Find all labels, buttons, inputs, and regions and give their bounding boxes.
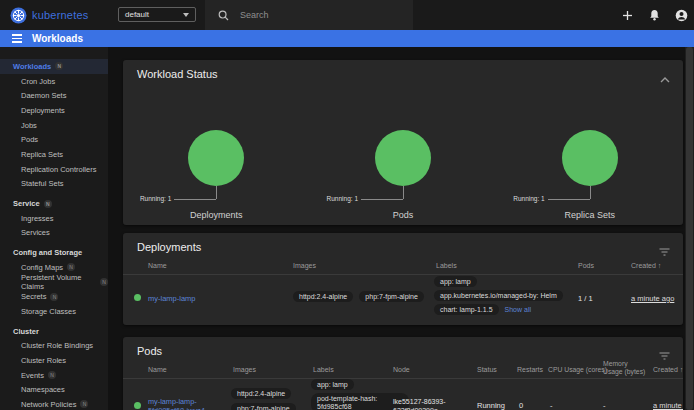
pie-running-slice[interactable] xyxy=(375,130,431,186)
top-bar-actions xyxy=(620,0,688,30)
kubernetes-logo[interactable]: kubernetes xyxy=(10,0,88,30)
labels-cell: app: lamp app.kubernetes.io/managed-by: … xyxy=(434,276,563,315)
chart-title: Replica Sets xyxy=(496,210,683,220)
sidebar-item-pods[interactable]: Pods xyxy=(0,132,108,147)
sidebar-item-ingresses[interactable]: Ingresses xyxy=(0,211,108,226)
col-header-created[interactable]: Created ↑ xyxy=(653,366,683,374)
brand-name: kubernetes xyxy=(32,9,88,21)
deployments-table-header: Name Images Labels Pods Created ↑ xyxy=(123,262,683,272)
image-chip: httpd:2.4-alpine xyxy=(231,388,291,399)
status-ok-dot-icon xyxy=(134,402,141,409)
node-cell: lke55127-86393-622f8d09399a xyxy=(393,397,473,410)
col-header-labels[interactable]: Labels xyxy=(313,366,334,374)
chart-title: Pods xyxy=(310,210,497,220)
col-header-labels[interactable]: Labels xyxy=(436,262,457,270)
chart-legend: Running: 1 xyxy=(327,195,358,202)
sidebar-item-service[interactable]: Service N xyxy=(0,196,108,211)
image-chip: httpd:2.4-alpine xyxy=(293,291,353,302)
create-plus-icon[interactable] xyxy=(620,8,634,22)
filter-icon[interactable] xyxy=(659,242,670,260)
pod-row[interactable]: my-lamp-lamp-5fd985cf68-jwvz4 httpd:2.4-… xyxy=(123,379,683,410)
namespace-value: default xyxy=(125,10,149,19)
chart-legend: Running: 1 xyxy=(513,195,544,202)
notifications-bell-icon[interactable] xyxy=(647,8,661,22)
sidebar-item-persistent-volume-claims[interactable]: Persistent Volume Claims N xyxy=(0,275,108,290)
col-header-pods[interactable]: Pods xyxy=(578,262,594,270)
sidebar-item-cluster-roles[interactable]: Cluster Roles xyxy=(0,353,108,368)
search-bar[interactable] xyxy=(205,0,413,30)
sort-ascending-icon: ↑ xyxy=(658,262,662,269)
sidebar-section-config-and-storage: Config and Storage xyxy=(0,245,108,260)
sidebar-item-secrets[interactable]: Secrets N xyxy=(0,289,108,304)
label-chip: chart: lamp-1.1.5 xyxy=(434,304,499,315)
scrollbar-thumb[interactable] xyxy=(686,47,693,410)
col-header-status[interactable]: Status xyxy=(477,366,497,374)
sidebar-item-daemon-sets[interactable]: Daemon Sets xyxy=(0,88,108,103)
pods-card: Pods Name Images Labels Node Status Rest… xyxy=(123,337,683,410)
page-title: Workloads xyxy=(32,33,83,44)
status-ok-dot-icon xyxy=(134,294,141,301)
workload-status-charts: Running: 1 Deployments Running: 1 Pods R… xyxy=(123,107,683,225)
kubernetes-wheel-icon xyxy=(10,7,27,24)
col-header-cpu[interactable]: CPU Usage (cores) xyxy=(548,366,607,374)
namespaced-badge-icon: N xyxy=(55,62,63,70)
created-cell: a minute ago xyxy=(653,401,683,410)
namespaced-badge-icon: N xyxy=(44,200,52,208)
account-user-icon[interactable] xyxy=(674,8,688,22)
sidebar-item-events[interactable]: Events N xyxy=(0,368,108,383)
kubernetes-dashboard: kubernetes default xyxy=(0,0,694,410)
pie-running-slice[interactable] xyxy=(562,130,618,186)
deployments-card: Deployments Name Images Labels Pods Crea… xyxy=(123,233,683,325)
pods-table-header: Name Images Labels Node Status Restarts … xyxy=(123,355,683,377)
pods-pie-chart: Running: 1 Pods xyxy=(310,107,497,225)
collapse-chevron-up-icon[interactable] xyxy=(660,69,670,87)
label-chip: app: lamp xyxy=(434,276,477,287)
label-chip: app: lamp xyxy=(311,379,354,390)
namespaced-badge-icon: N xyxy=(80,400,88,408)
sidebar-item-storage-classes[interactable]: Storage Classes xyxy=(0,304,108,319)
sidebar-item-namespaces[interactable]: Namespaces xyxy=(0,382,108,397)
menu-hamburger-icon[interactable] xyxy=(12,34,22,43)
col-header-name[interactable]: Name xyxy=(148,262,167,270)
sidebar-item-cluster-role-bindings[interactable]: Cluster Role Bindings xyxy=(0,338,108,353)
col-header-name[interactable]: Name xyxy=(148,366,167,374)
restarts-cell: 0 xyxy=(519,401,523,410)
deployment-name-link[interactable]: my-lamp-lamp xyxy=(148,294,196,303)
namespaced-badge-icon: N xyxy=(100,278,108,286)
sidebar-item-network-policies[interactable]: Network Policies N xyxy=(0,397,108,410)
sidebar-item-jobs[interactable]: Jobs xyxy=(0,118,108,133)
sort-ascending-icon: ↑ xyxy=(680,366,683,373)
search-input[interactable] xyxy=(238,9,392,21)
status-cell: Running xyxy=(477,401,505,410)
namespace-selector[interactable]: default xyxy=(118,7,196,22)
col-header-created[interactable]: Created ↑ xyxy=(631,262,661,270)
sidebar-item-stateful-sets[interactable]: Stateful Sets xyxy=(0,177,108,192)
main-content: Workload Status Running: 1 Deployments R… xyxy=(108,47,694,410)
sidebar-item-workloads[interactable]: Workloads N xyxy=(0,59,108,74)
workload-status-card: Workload Status Running: 1 Deployments R… xyxy=(123,60,683,225)
namespaced-badge-icon: N xyxy=(50,293,58,301)
col-header-images[interactable]: Images xyxy=(233,366,256,374)
col-header-memory[interactable]: Memory Usage (bytes) xyxy=(603,360,649,376)
vertical-scrollbar[interactable] xyxy=(685,47,694,410)
sidebar-item-replication-controllers[interactable]: Replication Controllers xyxy=(0,162,108,177)
namespaced-badge-icon: N xyxy=(48,371,56,379)
sidebar-item-cron-jobs[interactable]: Cron Jobs xyxy=(0,74,108,89)
sidebar-item-deployments[interactable]: Deployments xyxy=(0,103,108,118)
replica-sets-pie-chart: Running: 1 Replica Sets xyxy=(496,107,683,225)
sidebar-item-replica-sets[interactable]: Replica Sets xyxy=(0,147,108,162)
show-all-link[interactable]: Show all xyxy=(505,306,531,313)
sidebar-item-services[interactable]: Services xyxy=(0,226,108,241)
deployment-row[interactable]: my-lamp-lamp httpd:2.4-alpine php:7-fpm-… xyxy=(123,275,683,325)
images-cell: httpd:2.4-alpine php:7-fpm-alpine xyxy=(231,388,296,410)
pie-running-slice[interactable] xyxy=(188,130,244,186)
deployments-pie-chart: Running: 1 Deployments xyxy=(123,107,310,225)
search-icon xyxy=(218,10,229,21)
pod-name-link[interactable]: my-lamp-lamp-5fd985cf68-jwvz4 xyxy=(148,397,232,410)
col-header-node[interactable]: Node xyxy=(393,366,410,374)
namespaced-badge-icon: N xyxy=(67,263,75,271)
col-header-restarts[interactable]: Restarts xyxy=(517,366,543,374)
pods-count-cell: 1 / 1 xyxy=(578,294,593,303)
images-cell: httpd:2.4-alpine php:7-fpm-alpine xyxy=(293,291,424,302)
col-header-images[interactable]: Images xyxy=(293,262,316,270)
